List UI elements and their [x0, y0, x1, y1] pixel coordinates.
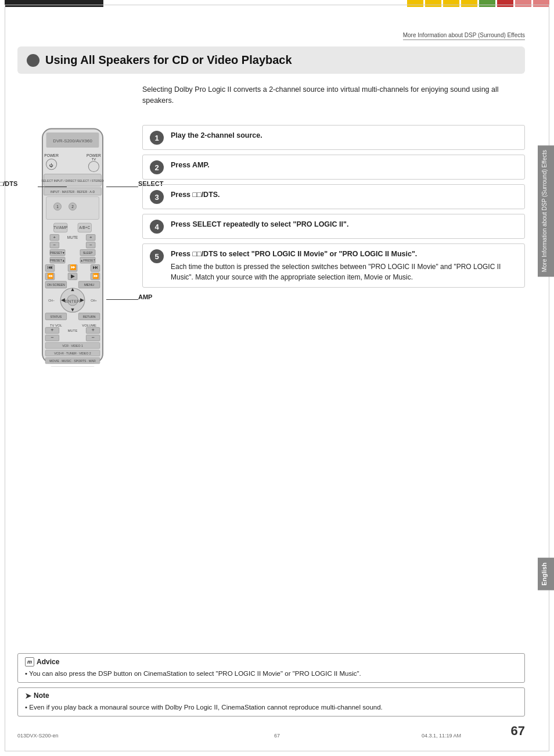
page-border: [5, 5, 549, 751]
step-2-number: 2: [150, 160, 164, 174]
svg-text:RETURN: RETURN: [83, 315, 96, 318]
step-1-main: Play the 2-channel source.: [171, 130, 517, 141]
svg-text:SELECT INPUT / DIRECT SELECT /: SELECT INPUT / DIRECT SELECT / STEREO: [41, 179, 104, 182]
svg-text:VOLUME: VOLUME: [82, 324, 96, 327]
svg-text:ENTER: ENTER: [65, 299, 81, 304]
svg-text:DVR-S200/AVX960: DVR-S200/AVX960: [53, 138, 92, 144]
svg-text:TV VOL: TV VOL: [50, 324, 63, 327]
page-header: More Information about DSP (Surround) Ef…: [403, 32, 525, 40]
svg-text:−: −: [51, 335, 53, 341]
svg-text:⏭: ⏭: [93, 264, 98, 270]
step-3-main: Press □□/DTS.: [171, 189, 517, 200]
color-bar-4: [461, 0, 477, 7]
step-5: 5 Press □□/DTS to select "PRO LOGIC II M…: [142, 243, 525, 288]
title-section: Using All Speakers for CD or Video Playb…: [17, 46, 525, 74]
amp-label: AMP: [138, 293, 152, 300]
svg-text:−: −: [89, 242, 92, 248]
svg-text:▶: ▶: [71, 273, 75, 279]
step-3: 3 Press □□/DTS.: [142, 184, 525, 209]
step-5-sub: Each time the button is pressed the sele…: [171, 261, 517, 282]
svg-text:1: 1: [56, 205, 59, 209]
advice-text: • You can also press the DSP button on C…: [25, 669, 517, 679]
color-bar-2: [425, 0, 441, 7]
advice-header: m Advice: [25, 657, 517, 667]
color-bar-5: [479, 0, 495, 7]
step-2-content: Press AMP.: [171, 160, 517, 171]
top-bar-black: [5, 0, 103, 7]
side-tab-english: English: [538, 558, 554, 590]
svg-text:TV: TV: [92, 157, 96, 161]
color-bar-3: [443, 0, 459, 7]
footer-right: 04.3.1, 11:19 AM: [422, 733, 461, 739]
svg-text:VCD-R · TUNER · VIDEO 2: VCD-R · TUNER · VIDEO 2: [54, 352, 91, 355]
svg-text:▲: ▲: [70, 286, 75, 292]
advice-icon: m: [25, 657, 34, 667]
svg-text:◀: ◀: [61, 297, 65, 303]
note-box: ➤ Note • Even if you play back a monaura…: [17, 687, 525, 716]
svg-text:⏪: ⏪: [47, 273, 54, 280]
color-bar-7: [515, 0, 531, 7]
svg-text:ON SCREEN: ON SCREEN: [47, 283, 65, 286]
svg-text:VCR · VIDEO 1: VCR · VIDEO 1: [62, 344, 83, 347]
svg-text:MOVIE · MUSIC · SPORTS · WAR: MOVIE · MUSIC · SPORTS · WAR: [49, 359, 96, 363]
advice-box: m Advice • You can also press the DSP bu…: [17, 653, 525, 683]
svg-text:⏩: ⏩: [70, 264, 77, 271]
top-bar-color: [407, 0, 549, 7]
step-4: 4 Press SELECT repeatedly to select "PRO…: [142, 214, 525, 239]
note-text: • Even if you play back a monaural sourc…: [25, 703, 517, 712]
svg-text:2: 2: [71, 205, 74, 209]
svg-text:MUTE: MUTE: [67, 235, 78, 239]
svg-point-8: [88, 161, 99, 171]
svg-text:⏮: ⏮: [48, 264, 53, 270]
step-1-number: 1: [150, 131, 164, 145]
svg-text:+: +: [89, 235, 92, 240]
svg-text:STATUS: STATUS: [51, 315, 62, 318]
color-bar-6: [497, 0, 513, 7]
svg-text:⏻: ⏻: [49, 163, 53, 167]
step-5-number: 5: [150, 249, 164, 263]
svg-text:PRESET▼: PRESET▼: [50, 251, 65, 255]
color-bar-1: [407, 0, 423, 7]
select-connector-line: [106, 187, 138, 187]
svg-text:▼: ▼: [70, 307, 75, 313]
page-title: Using All Speakers for CD or Video Playb…: [45, 53, 292, 67]
svg-text:+: +: [53, 235, 56, 240]
side-tab-dsp: More Information about DSP (Surround) Ef…: [538, 145, 554, 277]
svg-text:POWER: POWER: [87, 153, 101, 157]
footer-center: 67: [274, 733, 280, 739]
svg-text:−: −: [53, 242, 56, 248]
svg-text:+: +: [51, 327, 53, 333]
remote-area: □□/DTS SELECT AMP DVR-S200/AVX960 POWER …: [17, 125, 134, 368]
note-header: ➤ Note: [25, 691, 517, 700]
step-3-number: 3: [150, 190, 164, 204]
svg-text:MENU: MENU: [84, 283, 94, 286]
svg-text:CH−: CH−: [48, 299, 55, 302]
note-arrow-icon: ➤: [25, 691, 31, 700]
svg-text:POWER: POWER: [44, 153, 59, 157]
svg-text:▲PRESET: ▲PRESET: [80, 259, 96, 262]
svg-text:CH+: CH+: [91, 299, 97, 302]
bottom-section: m Advice • You can also press the DSP bu…: [17, 653, 525, 722]
svg-text:MUTE: MUTE: [68, 329, 78, 332]
step-2-main: Press AMP.: [171, 160, 517, 171]
svg-text:+: +: [91, 327, 94, 333]
svg-text:−: −: [91, 335, 94, 341]
steps-area: 1 Play the 2-channel source. 2 Press AMP…: [142, 125, 525, 292]
step-3-content: Press □□/DTS.: [171, 189, 517, 200]
intro-text: Selecting Dolby Pro Logic II converts a …: [142, 84, 525, 106]
svg-text:⏩: ⏩: [92, 273, 99, 280]
svg-text:PRESET▲: PRESET▲: [50, 259, 65, 262]
page-number: 67: [511, 723, 525, 739]
dts-label: □□/DTS: [0, 180, 17, 187]
step-5-content: Press □□/DTS to select "PRO LOGIC II Mov…: [171, 249, 517, 282]
dts-connector-line: [38, 187, 67, 187]
svg-text:TV/AMP: TV/AMP: [53, 225, 67, 230]
step-1: 1 Play the 2-channel source.: [142, 125, 525, 150]
svg-text:SLEEP: SLEEP: [83, 251, 93, 255]
title-circle-icon: [27, 54, 39, 67]
svg-text:INPUT · MASTER · REFER · A-D: INPUT · MASTER · REFER · A-D: [51, 190, 95, 194]
step-4-main: Press SELECT repeatedly to select "PRO L…: [171, 219, 517, 230]
step-1-content: Play the 2-channel source.: [171, 130, 517, 141]
amp-connector-line: [106, 299, 138, 300]
svg-text:A/B+C: A/B+C: [79, 225, 90, 230]
